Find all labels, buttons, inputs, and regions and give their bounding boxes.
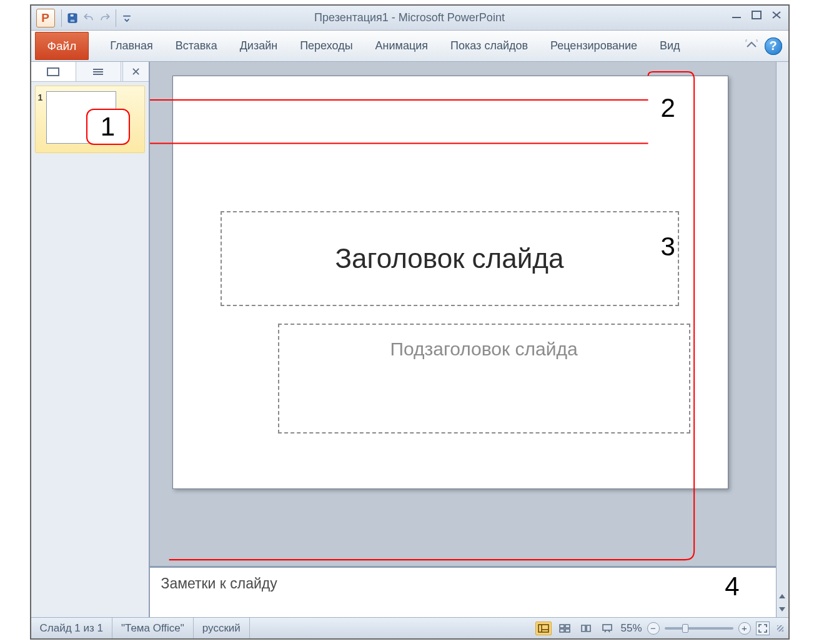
- svg-rect-18: [565, 625, 570, 628]
- svg-rect-19: [560, 629, 564, 632]
- qat-separator: [61, 9, 62, 27]
- qat-customize-icon[interactable]: [119, 10, 135, 26]
- zoom-out-button[interactable]: −: [647, 622, 660, 635]
- tab-insert[interactable]: Вставка: [166, 31, 227, 61]
- svg-marker-13: [779, 607, 785, 612]
- ribbon-tabs: Файл Главная Вставка Дизайн Переходы Ани…: [31, 31, 788, 62]
- tab-view[interactable]: Вид: [650, 31, 690, 61]
- svg-rect-21: [603, 625, 612, 630]
- svg-rect-5: [752, 11, 761, 19]
- tab-design[interactable]: Дизайн: [230, 31, 288, 61]
- callout-1: 1: [86, 109, 130, 145]
- file-tab[interactable]: Файл: [35, 32, 89, 60]
- slideshow-view-icon[interactable]: [599, 622, 615, 635]
- minimize-ribbon-icon[interactable]: [745, 39, 758, 53]
- svg-rect-8: [47, 68, 59, 76]
- zoom-slider-thumb[interactable]: [682, 624, 688, 633]
- thumbnail-number: 1: [38, 91, 43, 144]
- zoom-in-button[interactable]: +: [738, 622, 751, 635]
- outline-tab-icon[interactable]: [76, 62, 121, 81]
- minimize-button[interactable]: [728, 8, 745, 22]
- status-bar: Слайд 1 из 1 "Тема Office" русский 55% −…: [31, 617, 788, 638]
- status-language[interactable]: русский: [194, 618, 250, 638]
- slide-sorter-icon[interactable]: [557, 622, 573, 635]
- undo-icon[interactable]: [81, 10, 97, 26]
- svg-rect-1: [69, 14, 74, 17]
- redo-icon[interactable]: [97, 10, 113, 26]
- help-icon[interactable]: ?: [765, 37, 782, 55]
- close-button[interactable]: [768, 8, 785, 22]
- svg-rect-17: [560, 625, 564, 628]
- svg-rect-20: [565, 629, 570, 632]
- title-bar: P Презентация1 - Microsoft PowerPoint: [31, 6, 788, 31]
- scroll-down-icon[interactable]: [778, 605, 787, 613]
- panel-close-icon[interactable]: ✕: [122, 62, 149, 81]
- tab-home[interactable]: Главная: [100, 31, 163, 61]
- title-placeholder[interactable]: Заголовок слайда: [221, 211, 679, 306]
- fit-to-window-icon[interactable]: [756, 622, 770, 635]
- status-theme[interactable]: "Тема Office": [112, 618, 194, 638]
- window-title: Презентация1 - Microsoft PowerPoint: [31, 11, 788, 24]
- scroll-up-icon[interactable]: [778, 592, 787, 601]
- notes-pane[interactable]: Заметки к слайду 4: [150, 566, 776, 617]
- normal-view-icon[interactable]: [535, 622, 552, 635]
- slide-canvas[interactable]: Заголовок слайда Подзаголовок слайда: [172, 76, 728, 489]
- notes-placeholder: Заметки к слайду: [161, 575, 277, 592]
- callout-4: 4: [725, 572, 739, 602]
- canvas-area[interactable]: Заголовок слайда Подзаголовок слайда 2 3: [150, 62, 776, 566]
- reading-view-icon[interactable]: [578, 622, 594, 635]
- resize-grip-icon[interactable]: [777, 625, 783, 632]
- subtitle-placeholder[interactable]: Подзаголовок слайда: [278, 324, 690, 433]
- qat-separator2: [116, 9, 116, 27]
- app-icon[interactable]: P: [36, 9, 55, 27]
- status-slide-counter[interactable]: Слайд 1 из 1: [31, 618, 112, 638]
- svg-rect-14: [539, 625, 548, 632]
- slides-tab-icon[interactable]: [31, 62, 76, 81]
- vertical-scrollbar[interactable]: [776, 62, 788, 617]
- workspace: ✕ 1 Заголовок слайда Подзаголовок слайда: [31, 62, 788, 617]
- svg-rect-2: [69, 19, 74, 22]
- app-window: P Презентация1 - Microsoft PowerPoint: [30, 4, 790, 640]
- slide-panel: ✕ 1: [31, 62, 150, 617]
- maximize-button[interactable]: [748, 8, 765, 22]
- tab-review[interactable]: Рецензирование: [540, 31, 647, 61]
- zoom-slider[interactable]: [665, 627, 733, 630]
- editor-area: Заголовок слайда Подзаголовок слайда 2 3: [150, 62, 776, 617]
- svg-marker-12: [779, 594, 785, 598]
- tab-animations[interactable]: Анимация: [365, 31, 439, 61]
- save-icon[interactable]: [64, 10, 81, 26]
- tab-slideshow[interactable]: Показ слайдов: [440, 31, 538, 61]
- zoom-value[interactable]: 55%: [620, 622, 642, 635]
- tab-transitions[interactable]: Переходы: [290, 31, 362, 61]
